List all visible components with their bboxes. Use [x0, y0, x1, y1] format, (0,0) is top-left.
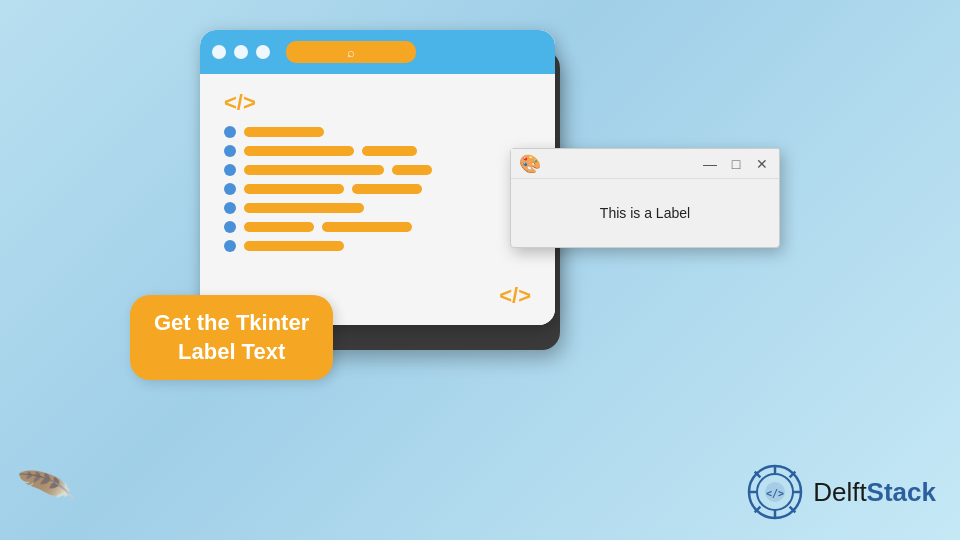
editor-body: </>: [200, 74, 555, 325]
line-dot: [224, 221, 236, 233]
code-line: [224, 183, 539, 195]
label-badge: Get the TkinterLabel Text: [130, 295, 333, 380]
titlebar-search: ⌕: [286, 41, 416, 63]
line-bar: [244, 165, 384, 175]
tkinter-body: This is a Label: [511, 179, 779, 247]
tkinter-window-controls: — □ ✕: [701, 156, 771, 172]
code-line: [224, 221, 539, 233]
tkinter-window: 🎨 — □ ✕ This is a Label: [510, 148, 780, 248]
line-bar: [352, 184, 422, 194]
feather-icon: 🪶: [15, 456, 78, 517]
line-dot: [224, 164, 236, 176]
code-line: [224, 240, 539, 252]
code-line: [224, 126, 539, 138]
logo-gear-icon: </>: [747, 464, 803, 520]
line-dot: [224, 202, 236, 214]
close-button[interactable]: ✕: [753, 156, 771, 172]
line-bar: [244, 241, 344, 251]
code-line: [224, 164, 539, 176]
line-bar: [392, 165, 432, 175]
tkinter-titlebar: 🎨 — □ ✕: [511, 149, 779, 179]
code-tag-bottom: </>: [499, 283, 531, 309]
delftstack-logo: </> DelftStack: [747, 464, 936, 520]
code-line: [224, 202, 539, 214]
line-bar: [244, 184, 344, 194]
line-dot: [224, 240, 236, 252]
code-lines: [224, 126, 539, 252]
titlebar-dot-1: [212, 45, 226, 59]
editor-titlebar: ⌕: [200, 30, 555, 74]
line-bar: [362, 146, 417, 156]
minimize-button[interactable]: —: [701, 156, 719, 172]
code-line: [224, 145, 539, 157]
tkinter-label: This is a Label: [600, 205, 690, 221]
maximize-button[interactable]: □: [727, 156, 745, 172]
editor-window: ⌕ </>: [200, 30, 555, 325]
delftstack-logo-text: DelftStack: [813, 477, 936, 508]
line-dot: [224, 145, 236, 157]
line-bar: [244, 127, 324, 137]
badge-text: Get the TkinterLabel Text: [154, 309, 309, 366]
titlebar-dot-3: [256, 45, 270, 59]
svg-text:</>: </>: [766, 488, 784, 499]
line-bar: [244, 222, 314, 232]
line-bar: [322, 222, 412, 232]
line-dot: [224, 126, 236, 138]
tkinter-app-icon: 🎨: [519, 153, 541, 175]
search-icon: ⌕: [347, 45, 355, 60]
code-tag-top: </>: [224, 90, 539, 116]
line-dot: [224, 183, 236, 195]
titlebar-dot-2: [234, 45, 248, 59]
line-bar: [244, 146, 354, 156]
line-bar: [244, 203, 364, 213]
